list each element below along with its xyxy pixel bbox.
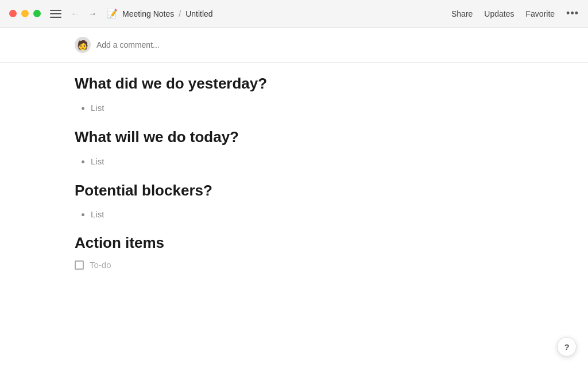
todo-item: To-do: [75, 260, 513, 270]
favorite-button[interactable]: Favorite: [526, 9, 555, 18]
section-list-yesterday: List: [75, 102, 513, 114]
nav-arrows: ← →: [68, 7, 99, 20]
action-items-section: Action items To-do: [75, 234, 513, 270]
section-heading-blockers: Potential blockers?: [75, 181, 513, 201]
comment-input[interactable]: [96, 40, 513, 49]
section-blockers: Potential blockers? List: [75, 181, 513, 221]
list-item: List: [91, 208, 513, 220]
forward-button[interactable]: →: [86, 7, 99, 20]
titlebar: ← → 📝 Meeting Notes / Untitled Share Upd…: [0, 0, 588, 28]
hamburger-menu-icon[interactable]: [50, 10, 61, 18]
share-button[interactable]: Share: [451, 9, 473, 18]
breadcrumb-parent[interactable]: Meeting Notes: [122, 9, 174, 18]
list-item: List: [91, 155, 513, 167]
help-button[interactable]: ?: [557, 337, 577, 356]
todo-checkbox[interactable]: [75, 260, 84, 270]
page-icon: 📝: [106, 8, 118, 19]
updates-button[interactable]: Updates: [484, 9, 514, 18]
maximize-button[interactable]: [33, 10, 41, 17]
section-heading-yesterday: What did we do yesterday?: [75, 74, 513, 94]
breadcrumb: 📝 Meeting Notes / Untitled: [106, 8, 451, 19]
main-content: What did we do yesterday? List What will…: [0, 63, 588, 368]
breadcrumb-current[interactable]: Untitled: [185, 9, 212, 18]
list-item: List: [91, 102, 513, 114]
close-button[interactable]: [9, 10, 17, 17]
section-list-today: List: [75, 155, 513, 167]
minimize-button[interactable]: [21, 10, 29, 17]
comment-bar: 🧑: [0, 28, 588, 63]
action-items-heading: Action items: [75, 234, 513, 252]
more-options-button[interactable]: •••: [566, 7, 579, 20]
window-controls: [9, 10, 41, 17]
section-yesterday: What did we do yesterday? List: [75, 74, 513, 114]
breadcrumb-separator: /: [179, 9, 181, 18]
avatar: 🧑: [75, 37, 91, 53]
back-button[interactable]: ←: [68, 7, 82, 20]
todo-label: To-do: [90, 260, 111, 270]
section-heading-today: What will we do today?: [75, 128, 513, 147]
titlebar-actions: Share Updates Favorite •••: [451, 7, 579, 20]
section-list-blockers: List: [75, 208, 513, 220]
section-today: What will we do today? List: [75, 128, 513, 167]
